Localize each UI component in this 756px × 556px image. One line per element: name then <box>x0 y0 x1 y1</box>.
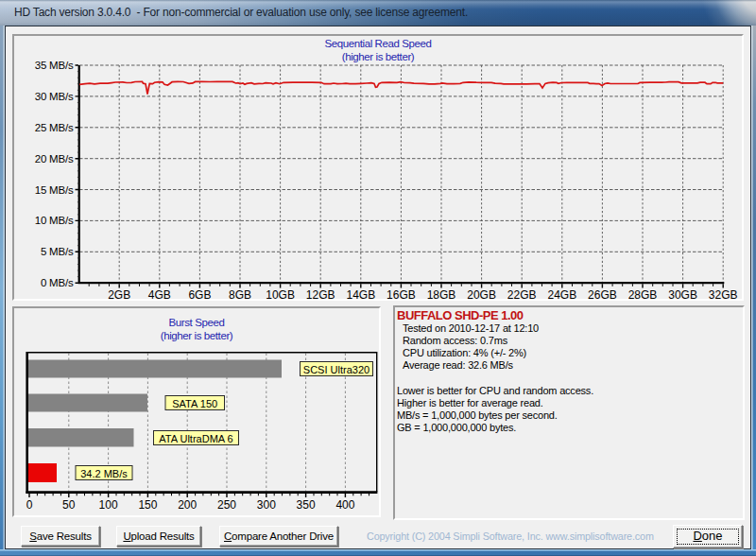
svg-text:16GB: 16GB <box>387 288 416 302</box>
svg-text:SATA 150: SATA 150 <box>172 398 217 409</box>
svg-text:0 MB/s: 0 MB/s <box>41 277 74 288</box>
svg-text:32GB: 32GB <box>709 288 738 302</box>
svg-text:20GB: 20GB <box>467 288 496 302</box>
svg-text:12GB: 12GB <box>306 288 335 302</box>
svg-text:50: 50 <box>62 498 76 512</box>
svg-text:300: 300 <box>257 498 276 512</box>
svg-text:SCSI Ultra320: SCSI Ultra320 <box>303 364 369 375</box>
svg-text:30GB: 30GB <box>668 288 697 302</box>
svg-text:0: 0 <box>26 498 33 512</box>
svg-text:30 MB/s: 30 MB/s <box>35 91 74 102</box>
svg-text:350: 350 <box>297 498 316 512</box>
svg-text:28GB: 28GB <box>628 288 658 302</box>
svg-text:25 MB/s: 25 MB/s <box>35 122 74 133</box>
svg-text:2GB: 2GB <box>108 288 130 302</box>
svg-text:6GB: 6GB <box>188 288 211 302</box>
svg-text:35 MB/s: 35 MB/s <box>35 60 74 71</box>
svg-text:4GB: 4GB <box>148 288 171 302</box>
svg-text:34.2 MB/s: 34.2 MB/s <box>80 468 128 479</box>
svg-text:10GB: 10GB <box>266 288 295 302</box>
svg-text:22GB: 22GB <box>507 288 537 302</box>
svg-text:10 MB/s: 10 MB/s <box>35 215 74 226</box>
svg-text:250: 250 <box>217 498 236 512</box>
svg-text:200: 200 <box>178 498 197 512</box>
svg-text:26GB: 26GB <box>588 288 617 302</box>
svg-text:100: 100 <box>99 498 118 512</box>
svg-text:20 MB/s: 20 MB/s <box>35 153 74 165</box>
svg-text:5 MB/s: 5 MB/s <box>41 246 74 257</box>
svg-text:8GB: 8GB <box>229 288 251 302</box>
svg-text:150: 150 <box>138 498 157 512</box>
svg-text:14GB: 14GB <box>346 288 375 302</box>
svg-text:18GB: 18GB <box>427 288 456 302</box>
svg-text:15 MB/s: 15 MB/s <box>35 184 74 196</box>
svg-text:400: 400 <box>335 498 354 512</box>
svg-text:ATA UltraDMA 6: ATA UltraDMA 6 <box>159 433 232 444</box>
svg-text:24GB: 24GB <box>547 288 576 302</box>
